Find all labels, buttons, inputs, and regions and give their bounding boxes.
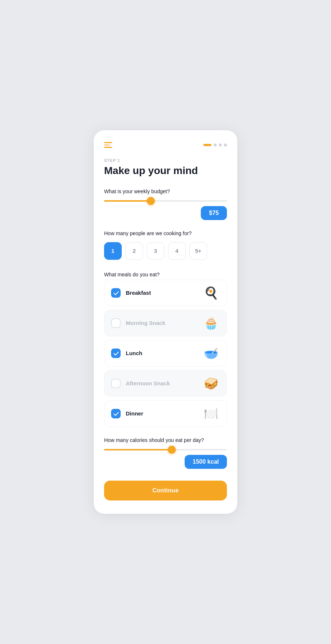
people-btn-3[interactable]: 3 — [147, 242, 164, 260]
budget-slider-thumb[interactable] — [147, 197, 155, 205]
main-card: STEP 1 Make up your mind What is your we… — [94, 130, 237, 514]
step-label: STEP 1 — [104, 158, 227, 163]
budget-slider-track — [104, 200, 227, 202]
calories-slider-thumb[interactable] — [168, 446, 176, 454]
progress-dot-2 — [214, 144, 217, 146]
people-btn-2[interactable]: 2 — [125, 242, 143, 260]
calories-question: How many calories should you eat per day… — [104, 437, 227, 443]
page-title: Make up your mind — [104, 165, 227, 177]
header — [104, 142, 227, 148]
progress-dot-3 — [219, 144, 222, 146]
budget-value-wrap: $75 — [104, 206, 227, 220]
menu-icon[interactable] — [104, 142, 112, 148]
meal-left-morning-snack: Morning Snack — [111, 318, 166, 328]
meal-item-lunch: Lunch 🥣 — [104, 340, 227, 367]
checkbox-morning-snack[interactable] — [111, 318, 121, 328]
meal-icon-afternoon-snack: 🥪 — [202, 376, 220, 390]
meal-label-breakfast: Breakfast — [126, 290, 151, 296]
calories-slider-track — [104, 449, 227, 450]
meal-icon-lunch: 🥣 — [202, 346, 220, 360]
people-btn-4[interactable]: 4 — [168, 242, 186, 260]
meal-icon-dinner: 🍽️ — [202, 407, 220, 421]
meal-label-morning-snack: Morning Snack — [126, 320, 166, 326]
meal-item-breakfast: Breakfast 🍳 — [104, 280, 227, 306]
budget-question: What is your weekly budget? — [104, 188, 227, 194]
meals-question: What meals do you eat? — [104, 272, 227, 277]
progress-dots — [203, 144, 227, 146]
calories-slider-fill — [104, 449, 172, 450]
people-selector: 1 2 3 4 5+ — [104, 242, 227, 260]
meal-icon-morning-snack: 🧁 — [202, 316, 220, 330]
people-question: How many people are we cooking for? — [104, 230, 227, 236]
progress-dot-4 — [224, 144, 227, 146]
progress-dot-1 — [203, 144, 211, 146]
budget-slider-container — [104, 200, 227, 202]
meal-item-dinner: Dinner 🍽️ — [104, 400, 227, 427]
meal-label-lunch: Lunch — [126, 350, 142, 356]
budget-value-badge: $75 — [201, 206, 227, 220]
calories-value-badge: 1500 kcal — [185, 455, 227, 469]
meals-list: Breakfast 🍳 Morning Snack 🧁 Lunch 🥣 Af — [104, 280, 227, 427]
checkbox-lunch[interactable] — [111, 348, 121, 358]
checkbox-afternoon-snack[interactable] — [111, 379, 121, 388]
meal-item-afternoon-snack: Afternoon Snack 🥪 — [104, 370, 227, 397]
meal-left-dinner: Dinner — [111, 409, 143, 418]
people-btn-5[interactable]: 5+ — [189, 242, 207, 260]
budget-slider-fill — [104, 200, 151, 202]
meal-left-afternoon-snack: Afternoon Snack — [111, 379, 170, 388]
meal-left-breakfast: Breakfast — [111, 288, 151, 298]
meal-left-lunch: Lunch — [111, 348, 142, 358]
meal-label-dinner: Dinner — [126, 410, 143, 417]
checkbox-dinner[interactable] — [111, 409, 121, 418]
calories-slider-container — [104, 449, 227, 450]
people-btn-1[interactable]: 1 — [104, 242, 122, 260]
calories-value-wrap: 1500 kcal — [104, 455, 227, 469]
meal-icon-breakfast: 🍳 — [202, 286, 220, 300]
continue-button[interactable]: Continue — [104, 481, 227, 500]
checkbox-breakfast[interactable] — [111, 288, 121, 298]
meal-label-afternoon-snack: Afternoon Snack — [126, 380, 170, 386]
meal-item-morning-snack: Morning Snack 🧁 — [104, 310, 227, 336]
